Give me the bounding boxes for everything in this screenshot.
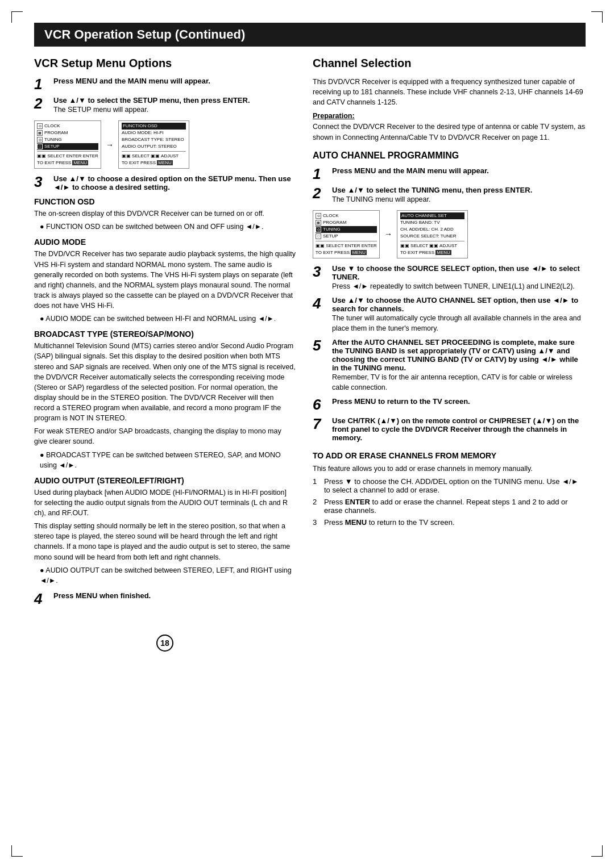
page-number: 18: [156, 635, 173, 652]
setup-left-diagram: ⊙ CLOCK ▦ PROGRAM ◎ TUNING □ SETUP: [34, 120, 101, 169]
broadcast-type-list: BROADCAST TYPE can be switched between S…: [42, 450, 296, 470]
function-osd-list: FUNCTION OSD can be switched between ON …: [42, 222, 296, 232]
auto-step-7-content: Use CH/TRK (▲/▼) on the remote control o…: [332, 416, 586, 442]
step-1-number: 1: [34, 77, 50, 91]
step-3-text: Use ▲/▼ to choose a desired option on th…: [53, 174, 291, 191]
to-add-step-3-content: Press MENU to return to the TV screen.: [324, 518, 455, 527]
auto-step-5-content: After the AUTO CHANNEL SET PROCEEDING is…: [332, 338, 586, 393]
clock-icon: ⊙: [37, 123, 43, 129]
diag-setup-row: □ SETUP: [37, 143, 98, 150]
t-footer-line2: TO EXIT PRESS MENU: [316, 249, 377, 256]
to-add-step-3-text2: to return to the TV screen.: [367, 518, 454, 527]
broadcast-line: BROADCAST TYPE: STEREO: [122, 136, 186, 143]
left-section-title: VCR Setup Menu Options: [34, 57, 296, 70]
audio-mode-body: The DVD/VCR Receiver has two separate au…: [34, 249, 296, 311]
tuning-right-diagram: AUTO CHANNEL SET TUNING BAND: TV CH. ADD…: [397, 210, 468, 258]
t-footer-line1: ▣▣ SELECT ENTER ENTER: [316, 243, 377, 249]
audio-output-body2: This display setting should normally be …: [34, 521, 296, 562]
to-add-intro: This feature allows you to add or erase …: [313, 464, 586, 474]
audio-mode-line: AUDIO MODE: HI-FI: [122, 130, 186, 136]
diag-program-row: ▦ PROGRAM: [37, 130, 98, 136]
tuning-left-diagram: ⊙ CLOCK ▦ PROGRAM ◎ TUNING □ SETUP: [313, 210, 380, 258]
right-column: Channel Selection This DVD/VCR Receiver …: [313, 57, 586, 530]
step-2-content: Use ▲/▼ to select the SETUP menu, then p…: [53, 96, 296, 115]
function-osd-title: FUNCTION OSD: [34, 197, 296, 206]
step-4-text: Press MENU when finished.: [53, 591, 151, 600]
menu-badge2: MENU: [157, 160, 173, 165]
auto-step-7-number: 7: [313, 416, 329, 431]
function-osd-bullet: FUNCTION OSD can be switched between ON …: [40, 222, 296, 232]
preparation-label: Preparation:: [313, 112, 586, 120]
to-add-step-2-content: Press ENTER to add or erase the channel.…: [324, 498, 586, 515]
auto-step-6-text: Press MENU to return to the TV screen.: [332, 397, 470, 406]
audio-output-bullet: AUDIO OUTPUT can be switched between STE…: [40, 565, 296, 586]
audio-mode-title: AUDIO MODE: [34, 237, 296, 247]
tuning-band-line: TUNING BAND: TV: [400, 219, 464, 226]
to-add-step-3-text: Press: [324, 518, 345, 527]
auto-step-1-number: 1: [313, 166, 329, 181]
step-3: 3 Use ▲/▼ to choose a desired option on …: [34, 174, 296, 191]
audio-output-body: Used during playback [when AUDIO MODE (H…: [34, 487, 296, 518]
to-add-step-2: 2 Press ENTER to add or erase the channe…: [313, 498, 586, 515]
step-1: 1 Press MENU and the MAIN menu will appe…: [34, 77, 296, 91]
setup-left-footer: ▣▣ SELECT ENTER ENTER TO EXIT PRESS MENU: [37, 151, 98, 166]
auto-step-4-text: Use ▲/▼ to choose the AUTO CHANNEL SET o…: [332, 296, 578, 313]
auto-step-6-number: 6: [313, 397, 329, 412]
auto-step-4: 4 Use ▲/▼ to choose the AUTO CHANNEL SET…: [313, 296, 586, 333]
two-column-layout: VCR Setup Menu Options 1 Press MENU and …: [34, 57, 586, 652]
to-add-step-2-bold: ENTER: [345, 498, 370, 506]
audio-mode-list: AUDIO MODE can be switched between HI-FI…: [42, 314, 296, 324]
tuning-arrow-icon: →: [384, 229, 392, 239]
diag-setup-label: SETUP: [44, 143, 60, 150]
function-osd-bar: FUNCTION OSD: [122, 123, 186, 130]
auto-step-2-content: Use ▲/▼ to select the TUNING menu, then …: [332, 186, 586, 205]
auto-ch-title: AUTO CHANNEL PROGRAMMING: [313, 151, 586, 161]
step-4: 4 Press MENU when finished.: [34, 591, 296, 606]
auto-step-4-sub: The tuner will automatically cycle throu…: [332, 314, 581, 332]
preparation-text: Connect the DVD/VCR Receiver to the desi…: [313, 122, 586, 142]
t-clock-label: CLOCK: [323, 212, 339, 219]
step-1-text: Press MENU and the MAIN menu will appear…: [53, 77, 210, 85]
audio-output-line: AUDIO OUTPUT: STEREO: [122, 143, 186, 150]
audio-mode-bullet: AUDIO MODE can be switched between HI-FI…: [40, 314, 296, 324]
auto-step-1-text: Press MENU and the MAIN menu will appear…: [332, 166, 489, 175]
auto-step-1: 1 Press MENU and the MAIN menu will appe…: [313, 166, 586, 181]
auto-ch-set-bar: AUTO CHANNEL SET: [400, 212, 464, 219]
t-tuning-icon: ◎: [316, 227, 321, 232]
broadcast-type-body: Multichannel Television Sound (MTS) carr…: [34, 341, 296, 423]
channel-selection-intro: This DVD/VCR Receiver is equipped with a…: [313, 77, 586, 107]
auto-step-3-number: 3: [313, 264, 329, 279]
auto-step-2-text: Use ▲/▼ to select the TUNING menu, then …: [332, 186, 532, 194]
auto-step-3-content: Use ▼ to choose the SOURCE SELECT option…: [332, 264, 586, 291]
to-add-step-1-num: 1: [313, 477, 321, 494]
main-title-bar: VCR Operation Setup (Continued): [34, 23, 586, 47]
auto-step-4-content: Use ▲/▼ to choose the AUTO CHANNEL SET o…: [332, 296, 586, 333]
t-program-row: ▦ PROGRAM: [316, 219, 377, 226]
arrow-icon: →: [106, 140, 114, 149]
t-setup-label: SETUP: [323, 233, 338, 240]
footer-line2: TO EXIT PRESS MENU: [37, 160, 98, 166]
auto-step-2-sub: The TUNING menu will appear.: [332, 195, 430, 203]
diag-tuning-label: TUNING: [44, 136, 62, 143]
broadcast-type-title: BROADCAST TYPE (STEREO/SAP/MONO): [34, 329, 296, 339]
t-tuning-row: ◎ TUNING: [316, 226, 377, 233]
t-setup-row: □ SETUP: [316, 233, 377, 240]
step-1-content: Press MENU and the MAIN menu will appear…: [53, 77, 296, 85]
setup-right-diagram: FUNCTION OSD AUDIO MODE: HI-FI BROADCAST…: [118, 120, 189, 169]
t-clock-icon: ⊙: [316, 213, 321, 219]
t-setup-icon: □: [316, 233, 321, 239]
audio-output-list: AUDIO OUTPUT can be switched between STE…: [42, 565, 296, 586]
t-r-footer-line1: ▣▣ SELECT ▣▣ ADJUST: [400, 243, 464, 249]
auto-step-6-content: Press MENU to return to the TV screen.: [332, 397, 586, 406]
auto-step-2-number: 2: [313, 186, 329, 201]
tuning-right-footer: ▣▣ SELECT ▣▣ ADJUST TO EXIT PRESS MENU: [400, 241, 464, 256]
to-add-step-3: 3 Press MENU to return to the TV screen.: [313, 518, 586, 527]
broadcast-type-body2: For weak STEREO and/or SAP broadcasts, c…: [34, 426, 296, 446]
auto-step-5-text: After the AUTO CHANNEL SET PROCEEDING is…: [332, 338, 578, 372]
to-add-title: TO ADD OR ERASE CHANNELS FROM MEMORY: [313, 451, 586, 460]
auto-step-5: 5 After the AUTO CHANNEL SET PROCEEDING …: [313, 338, 586, 393]
t-clock-row: ⊙ CLOCK: [316, 212, 377, 219]
auto-step-3-text: Use ▼ to choose the SOURCE SELECT option…: [332, 264, 580, 281]
broadcast-type-bullet: BROADCAST TYPE can be switched between S…: [40, 450, 296, 470]
tuning-icon: ◎: [37, 137, 43, 143]
